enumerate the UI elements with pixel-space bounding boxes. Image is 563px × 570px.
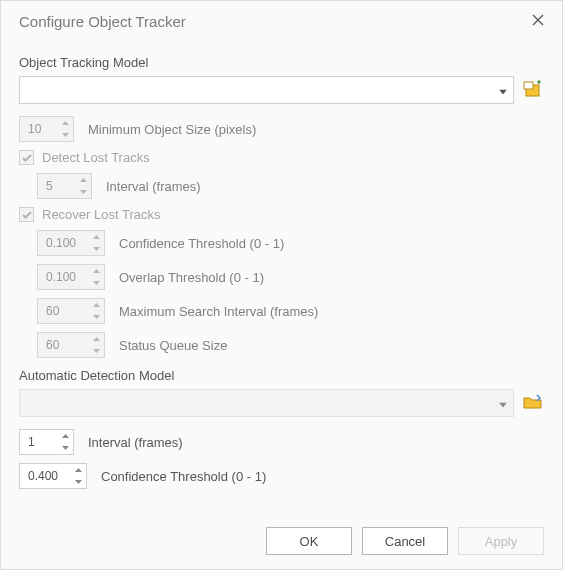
auto-confidence-input[interactable]: 0.400	[19, 463, 87, 489]
configure-object-tracker-dialog: Configure Object Tracker Object Tracking…	[0, 0, 563, 570]
spinner-up-icon	[75, 174, 91, 186]
title-bar: Configure Object Tracker	[1, 1, 562, 41]
spinner-buttons[interactable]	[88, 265, 104, 289]
svg-marker-7	[62, 121, 69, 125]
ok-button[interactable]: OK	[266, 527, 352, 555]
recover-overlap-label: Overlap Threshold (0 - 1)	[119, 270, 264, 285]
auto-interval-input[interactable]: 1	[19, 429, 74, 455]
svg-marker-22	[75, 468, 82, 472]
auto-confidence-label: Confidence Threshold (0 - 1)	[101, 469, 266, 484]
automatic-detection-model-label: Automatic Detection Model	[19, 368, 544, 383]
svg-marker-9	[80, 178, 87, 182]
svg-rect-4	[524, 82, 533, 89]
svg-marker-19	[499, 403, 507, 408]
spinner-down-icon	[57, 129, 73, 141]
svg-marker-21	[62, 446, 69, 450]
dialog-title: Configure Object Tracker	[19, 13, 524, 30]
spinner-up-icon	[70, 464, 86, 476]
object-tracking-model-label: Object Tracking Model	[19, 55, 544, 70]
checkmark-icon	[22, 150, 32, 165]
spinner-down-icon	[88, 311, 104, 323]
detect-lost-tracks-checkbox[interactable]	[19, 150, 34, 165]
svg-marker-18	[93, 349, 100, 353]
detect-lost-tracks-label: Detect Lost Tracks	[42, 150, 150, 165]
recover-queue-input[interactable]: 60	[37, 332, 105, 358]
dialog-button-bar: OK Cancel Apply	[1, 517, 562, 569]
svg-marker-2	[499, 90, 507, 95]
recover-confidence-value: 0.100	[46, 236, 76, 250]
spinner-down-icon	[70, 476, 86, 488]
spinner-buttons[interactable]	[57, 430, 73, 454]
spinner-buttons[interactable]	[57, 117, 73, 141]
svg-marker-12	[93, 247, 100, 251]
svg-marker-8	[62, 133, 69, 137]
spinner-down-icon	[88, 243, 104, 255]
dropdown-caret-icon	[499, 396, 507, 411]
checkmark-icon	[22, 207, 32, 222]
automatic-detection-model-dropdown[interactable]	[19, 389, 514, 417]
apply-button[interactable]: Apply	[458, 527, 544, 555]
svg-marker-20	[62, 434, 69, 438]
svg-marker-13	[93, 269, 100, 273]
recover-max-search-label: Maximum Search Interval (frames)	[119, 304, 318, 319]
svg-marker-10	[80, 190, 87, 194]
spinner-up-icon	[57, 117, 73, 129]
spinner-up-icon	[88, 333, 104, 345]
minimum-object-size-input[interactable]: 10	[19, 116, 74, 142]
spinner-down-icon	[57, 442, 73, 454]
detect-interval-input[interactable]: 5	[37, 173, 92, 199]
spinner-buttons[interactable]	[75, 174, 91, 198]
recover-queue-label: Status Queue Size	[119, 338, 227, 353]
close-icon	[532, 13, 544, 29]
recover-max-search-value: 60	[46, 304, 59, 318]
recover-overlap-input[interactable]: 0.100	[37, 264, 105, 290]
spinner-down-icon	[75, 186, 91, 198]
close-button[interactable]	[524, 7, 552, 35]
dropdown-caret-icon	[499, 83, 507, 98]
spinner-buttons[interactable]	[70, 464, 86, 488]
svg-marker-11	[93, 235, 100, 239]
svg-marker-14	[93, 281, 100, 285]
spinner-buttons[interactable]	[88, 231, 104, 255]
spinner-buttons[interactable]	[88, 299, 104, 323]
recover-confidence-label: Confidence Threshold (0 - 1)	[119, 236, 284, 251]
recover-max-search-input[interactable]: 60	[37, 298, 105, 324]
auto-interval-label: Interval (frames)	[88, 435, 183, 450]
recover-queue-value: 60	[46, 338, 59, 352]
recover-lost-tracks-checkbox-row[interactable]: Recover Lost Tracks	[19, 207, 544, 222]
spinner-up-icon	[88, 299, 104, 311]
recover-overlap-value: 0.100	[46, 270, 76, 284]
spinner-up-icon	[57, 430, 73, 442]
object-tracking-model-dropdown[interactable]	[19, 76, 514, 104]
svg-marker-15	[93, 303, 100, 307]
open-folder-icon	[523, 394, 543, 413]
minimum-object-size-value: 10	[28, 122, 41, 136]
cancel-button[interactable]: Cancel	[362, 527, 448, 555]
svg-marker-16	[93, 315, 100, 319]
browse-model-button[interactable]	[522, 392, 544, 414]
recover-lost-tracks-checkbox[interactable]	[19, 207, 34, 222]
detect-lost-tracks-checkbox-row[interactable]: Detect Lost Tracks	[19, 150, 544, 165]
spinner-buttons[interactable]	[88, 333, 104, 357]
deep-learning-model-icon	[523, 80, 543, 101]
recover-confidence-input[interactable]: 0.100	[37, 230, 105, 256]
minimum-object-size-label: Minimum Object Size (pixels)	[88, 122, 256, 137]
dialog-content: Object Tracking Model	[1, 41, 562, 517]
detect-interval-value: 5	[46, 179, 53, 193]
spinner-down-icon	[88, 277, 104, 289]
detect-interval-label: Interval (frames)	[106, 179, 201, 194]
svg-marker-17	[93, 337, 100, 341]
spinner-down-icon	[88, 345, 104, 357]
spinner-up-icon	[88, 265, 104, 277]
recover-lost-tracks-label: Recover Lost Tracks	[42, 207, 161, 222]
add-model-button[interactable]	[522, 79, 544, 101]
spinner-up-icon	[88, 231, 104, 243]
svg-marker-23	[75, 480, 82, 484]
auto-interval-value: 1	[28, 435, 35, 449]
auto-confidence-value: 0.400	[28, 469, 58, 483]
